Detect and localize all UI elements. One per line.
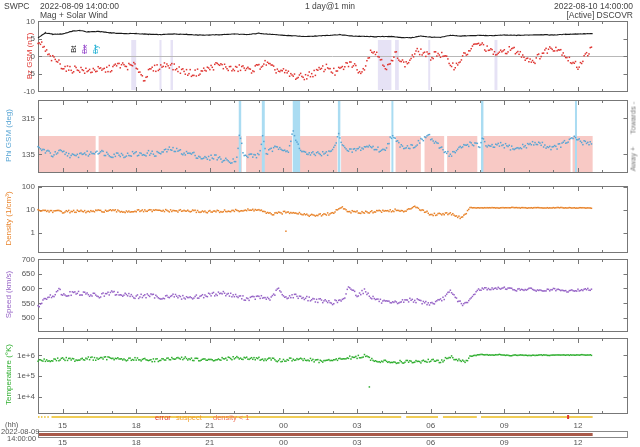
phi-sector-label: Away + Towards - — [629, 82, 638, 192]
y-tick-label: 100 — [0, 182, 35, 191]
y-tick-label: -10 — [0, 87, 35, 96]
y-tick-label: 1e+4 — [0, 392, 35, 401]
x-tick-label: 12 — [570, 421, 586, 430]
x-tick-label: 12 — [570, 438, 586, 447]
x-tick-label: 15 — [55, 421, 71, 430]
y-tick-label: -5 — [0, 69, 35, 78]
x-tick-label: 03 — [349, 421, 365, 430]
x-tick-label: 18 — [128, 421, 144, 430]
x-tick-label: 00 — [275, 438, 291, 447]
x-tick-label: 00 — [275, 421, 291, 430]
swpc-solar-wind-plot: SWPC 2022-08-09 14:00:00 Mag + Solar Win… — [0, 0, 640, 447]
x-tick-label: 09 — [496, 421, 512, 430]
y-tick-label: 1e+6 — [0, 351, 35, 360]
footer-start-time: 14:00:00 — [7, 434, 36, 443]
x-tick-label: 09 — [496, 438, 512, 447]
y-tick-label: 1 — [0, 228, 35, 237]
y-tick-label: 0 — [0, 52, 35, 61]
bx-axis-label-struck: Bx — [80, 45, 89, 54]
legend-suspect: suspect — [176, 413, 202, 422]
resolution-label: 1 day@1 min — [270, 2, 390, 11]
y-tick-label: 700 — [0, 255, 35, 264]
y-tick-label: 10 — [0, 205, 35, 214]
y-tick-label: 500 — [0, 313, 35, 322]
x-tick-label: 15 — [55, 438, 71, 447]
x-tick-label: 03 — [349, 438, 365, 447]
y-tick-label: 5 — [0, 34, 35, 43]
y-tick-label: 10 — [0, 17, 35, 26]
y-tick-label: 550 — [0, 299, 35, 308]
phi-axis-label: Phi GSM (deg) — [4, 91, 13, 181]
y-tick-label: 315 — [0, 114, 35, 123]
y-tick-label: 1e+5 — [0, 371, 35, 380]
satellite-status: [Active] DSCOVR — [493, 11, 633, 20]
x-tick-label: 18 — [128, 438, 144, 447]
x-tick-label: 21 — [202, 421, 218, 430]
y-tick-label: 600 — [0, 284, 35, 293]
legend-error: error — [155, 413, 171, 422]
x-tick-label: 06 — [423, 438, 439, 447]
y-tick-label: 135 — [0, 150, 35, 159]
by-axis-label-struck: By — [91, 45, 100, 54]
x-tick-label: 06 — [423, 421, 439, 430]
bt-axis-label: Bt — [69, 46, 78, 54]
y-tick-label: 650 — [0, 269, 35, 278]
x-tick-label: 21 — [202, 438, 218, 447]
legend-density-lt1: density < 1 — [213, 413, 249, 422]
